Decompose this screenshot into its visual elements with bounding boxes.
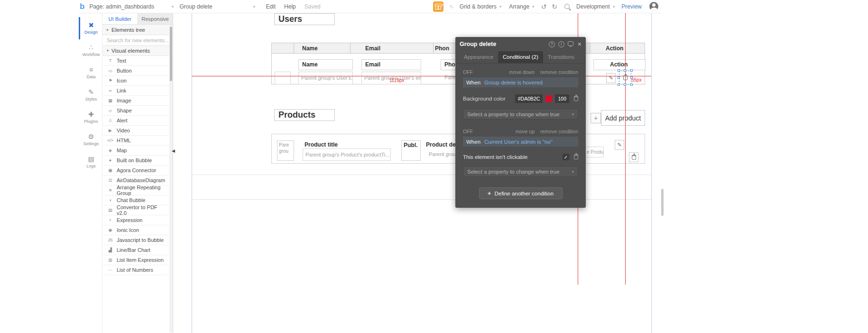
remove-condition-link[interactable]: remove condition — [540, 129, 578, 134]
remove-property-button[interactable] — [574, 96, 578, 101]
rail-item-settings[interactable]: ⚙ Settings — [79, 129, 102, 151]
users-row-image-cell[interactable] — [275, 72, 291, 84]
window-scrollbar-thumb[interactable] — [661, 189, 664, 216]
element-palette-item[interactable]: ⚠ Alert — [102, 116, 173, 126]
element-palette-item[interactable]: ▣ Agora Connector — [102, 166, 173, 176]
resize-handle[interactable] — [624, 69, 626, 72]
info-icon[interactable]: i — [558, 41, 564, 47]
add-product-plus-icon[interactable]: + — [591, 113, 601, 123]
tab-conditional[interactable]: Conditional (2) — [498, 51, 543, 63]
close-icon[interactable]: × — [578, 41, 582, 47]
element-selector[interactable]: Group delete ▾ — [179, 3, 255, 10]
edit-product-button[interactable]: ✎ — [615, 140, 624, 150]
users-row-name-cell[interactable]: Parent group's User's... — [298, 72, 353, 84]
gift-button[interactable] — [433, 1, 443, 12]
grid-borders-menu[interactable]: Grid & borders ▾ — [460, 3, 502, 10]
element-palette-item[interactable]: ≋ Arrange Repeating Group — [102, 185, 173, 195]
environment-selector[interactable]: Development ▾ — [576, 3, 615, 10]
element-palette-item[interactable]: ⊡ AirDatabaseDiagram — [102, 176, 173, 185]
rail-item-workflow[interactable]: ∴ Workflow — [79, 39, 102, 62]
rail-item-data[interactable]: ≡ Data — [79, 62, 102, 84]
resize-handle[interactable] — [618, 83, 620, 86]
condition-2-expression[interactable]: Current User's admin is "no" — [484, 139, 553, 145]
resize-handle[interactable] — [630, 83, 633, 86]
comment-icon[interactable] — [568, 41, 573, 46]
undo-icon[interactable]: ↺ — [541, 3, 547, 10]
products-heading[interactable]: Products — [274, 109, 335, 121]
opacity-input[interactable]: 100 — [555, 94, 569, 103]
condition-1-when[interactable]: When Group delete is hovered — [463, 77, 578, 87]
remove-property-button[interactable] — [574, 155, 578, 159]
element-palette-item[interactable]: ▥ List Item Expression — [102, 255, 173, 265]
element-palette-item[interactable]: ◖ Chat Bubble — [102, 195, 173, 205]
element-palette-item[interactable]: ▦ Image — [102, 96, 173, 106]
condition-2-toggle[interactable]: OFF — [463, 129, 473, 134]
remove-condition-link[interactable]: remove condition — [540, 69, 578, 75]
element-palette-item[interactable]: JS Javascript to Bubble — [102, 235, 173, 245]
design-canvas[interactable]: Users Name Email Phon Action Name Email … — [173, 13, 664, 333]
products-row-description-cell[interactable]: Parent grou — [429, 151, 456, 157]
tab-transitions[interactable]: Transitions — [543, 51, 579, 63]
element-palette-item[interactable]: ⚑ Icon — [102, 76, 173, 86]
users-subheader-action[interactable]: Action — [593, 59, 646, 70]
preview-button[interactable]: Preview — [621, 3, 642, 10]
resize-handle[interactable] — [630, 76, 633, 79]
arrange-menu[interactable]: Arrange ▾ — [509, 3, 534, 10]
element-palette-item[interactable]: ▭ Button — [102, 66, 173, 76]
rail-item-logs[interactable]: ▤ Logs — [79, 151, 102, 173]
tab-appearance[interactable]: Appearance — [459, 51, 498, 63]
condition-1-toggle[interactable]: OFF — [463, 69, 473, 75]
element-palette-item[interactable]: ▶ Video — [102, 126, 173, 136]
move-down-link[interactable]: move down — [509, 69, 535, 75]
element-palette-item[interactable]: ∞ Link — [102, 86, 173, 96]
elements-tree-section[interactable]: ▸ Elements tree — [102, 25, 173, 35]
color-swatch[interactable] — [545, 95, 552, 102]
rail-item-styles[interactable]: ✎ Styles — [79, 84, 102, 106]
users-subheader-email[interactable]: Email — [361, 59, 421, 70]
element-palette-item[interactable]: </> HTML — [102, 136, 173, 146]
element-palette-item[interactable]: + Expression — [102, 215, 173, 225]
products-header-col1[interactable]: Pare grou — [277, 140, 294, 161]
element-search-input[interactable] — [107, 37, 168, 43]
selected-element[interactable] — [619, 71, 631, 84]
define-condition-button[interactable]: + Define another condition — [479, 187, 563, 199]
tab-ui-builder[interactable]: UI Builder — [102, 13, 138, 24]
panel-collapse-handle[interactable]: ◀ — [172, 148, 175, 153]
users-subheader-name[interactable]: Name — [298, 59, 353, 70]
add-product-button[interactable]: Add product — [601, 110, 645, 126]
panel-scrollbar[interactable] — [169, 25, 173, 333]
pointer-icon[interactable]: ⇖ — [449, 3, 454, 10]
hex-color-input[interactable]: #DA0B2C — [515, 94, 543, 103]
menu-help[interactable]: Help — [284, 3, 296, 10]
condition-1-expression[interactable]: Group delete is hovered — [484, 80, 543, 85]
resize-handle[interactable] — [630, 69, 633, 72]
panel-scrollbar-thumb[interactable] — [170, 27, 172, 81]
element-palette-item[interactable]: ● Built on Bubble — [102, 156, 173, 166]
element-palette-item[interactable]: T Text — [102, 56, 173, 66]
tab-responsive[interactable]: Responsive — [138, 13, 173, 24]
delete-product-button[interactable] — [629, 152, 638, 162]
element-palette-item[interactable]: ◈ Map — [102, 146, 173, 156]
element-palette-item[interactable]: ◉ Ionic Icon — [102, 225, 173, 235]
element-palette-item[interactable]: ⋯ List of Numbers — [102, 265, 173, 275]
element-palette-item[interactable]: ▟ Line/Bar Chart — [102, 245, 173, 255]
products-row-title-cell[interactable]: Parent group's Product's productTi... — [303, 148, 391, 161]
inspector-header[interactable]: Group delete ? i × — [455, 37, 586, 51]
move-up-link[interactable]: move up — [516, 129, 535, 134]
search-icon[interactable] — [564, 4, 570, 9]
bubble-logo[interactable]: b — [80, 2, 84, 11]
products-row-right-cell[interactable]: e Produc... — [585, 147, 604, 157]
property-select-2[interactable]: Select a property to change when true ▾ — [463, 166, 578, 177]
menu-edit[interactable]: Edit — [266, 3, 276, 10]
clickable-checkbox[interactable]: ✓ — [563, 154, 569, 160]
property-select-1[interactable]: Select a property to change when true ▾ — [463, 109, 578, 120]
resize-handle[interactable] — [618, 76, 620, 79]
products-header-published[interactable]: Publ. — [401, 140, 421, 161]
visual-elements-section[interactable]: ▾ Visual elements — [102, 46, 173, 56]
resize-handle[interactable] — [624, 83, 626, 86]
help-icon[interactable]: ? — [549, 41, 555, 47]
rail-item-design[interactable]: ✖ Design — [79, 17, 102, 39]
users-heading[interactable]: Users — [274, 13, 335, 25]
users-row-phone-cell[interactable]: Pare — [444, 74, 455, 80]
redo-icon[interactable]: ↻ — [552, 3, 557, 10]
